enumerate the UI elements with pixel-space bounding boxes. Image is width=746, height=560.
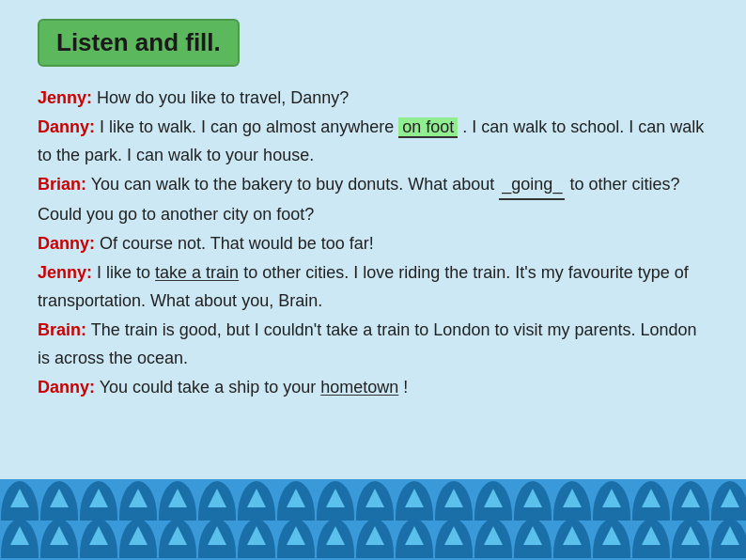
speaker-brian-1: Brian: xyxy=(38,175,86,194)
speaker-danny-2: Danny: xyxy=(38,234,95,253)
dialogue-line-2: Danny: I like to walk. I can go almost a… xyxy=(38,113,708,170)
wave-svg-bottom xyxy=(0,517,746,558)
dialogue-line-3: Brian: You can walk to the bakery to buy… xyxy=(38,170,708,229)
answer-take-a-train: take a train xyxy=(155,263,239,282)
dialogue-line-7: Danny: You could take a ship to your hom… xyxy=(38,373,708,402)
danny-2-text: Of course not. That would be too far! xyxy=(100,234,374,253)
answer-hometown: hometown xyxy=(320,378,398,397)
danny-3-text-2: ! xyxy=(403,378,408,397)
dialogue-line-4: Danny: Of course not. That would be too … xyxy=(38,229,708,258)
title-text: Listen and fill. xyxy=(56,28,221,56)
bottom-decoration xyxy=(0,479,746,560)
answer-going: _going_ xyxy=(499,170,565,201)
wave-svg-top xyxy=(0,479,746,521)
dialogue-line-6: Brain: The train is good, but I couldn't… xyxy=(38,316,708,373)
speaker-danny-3: Danny: xyxy=(38,378,95,397)
wave-bottom-row xyxy=(0,517,746,558)
brian-1-text-1: You can walk to the bakery to buy donuts… xyxy=(91,175,500,194)
main-content: Listen and fill. Jenny: How do you like … xyxy=(0,0,746,479)
danny-3-text-1: You could take a ship to your xyxy=(100,378,321,397)
danny-1-text-1: I like to walk. I can go almost anywhere xyxy=(100,117,398,136)
jenny-2-text-1: I like to xyxy=(97,263,155,282)
jenny-1-text: How do you like to travel, Danny? xyxy=(97,88,349,107)
speaker-jenny-1: Jenny: xyxy=(38,88,92,107)
answer-on-foot: on foot xyxy=(398,117,458,138)
brain-2-text: The train is good, but I couldn't take a… xyxy=(38,320,697,368)
speaker-jenny-2: Jenny: xyxy=(38,263,92,282)
title-box: Listen and fill. xyxy=(38,19,240,67)
dialogue-content: Jenny: How do you like to travel, Danny?… xyxy=(38,84,708,402)
dialogue-line-5: Jenny: I like to take a train to other c… xyxy=(38,258,708,316)
dialogue-line-1: Jenny: How do you like to travel, Danny? xyxy=(38,84,708,113)
wave-top-row xyxy=(0,479,746,521)
speaker-brain-2: Brain: xyxy=(38,320,86,339)
speaker-danny-1: Danny: xyxy=(38,117,95,136)
